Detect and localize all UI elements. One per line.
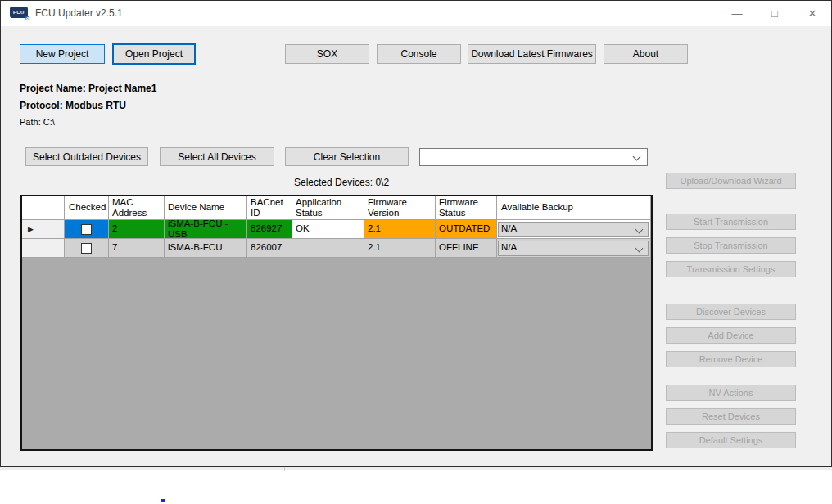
application-status-cell[interactable] xyxy=(292,239,364,258)
available-backup-dropdown[interactable]: N/A xyxy=(498,222,649,237)
select-outdated-devices-button[interactable]: Select Outdated Devices xyxy=(25,147,148,166)
available-backup-value: N/A xyxy=(501,242,517,253)
bacnet-id-cell[interactable]: 826007 xyxy=(247,239,292,258)
column-header-firmware-version[interactable]: Firmware Version xyxy=(364,196,436,220)
mac-address-cell[interactable]: 7 xyxy=(109,239,165,258)
device-checkbox[interactable] xyxy=(81,224,92,235)
checked-cell[interactable] xyxy=(65,239,109,258)
discover-devices-button[interactable]: Discover Devices xyxy=(666,304,796,320)
available-backup-value: N/A xyxy=(501,223,517,234)
console-button[interactable]: Console xyxy=(377,44,461,64)
default-settings-button[interactable]: Default Settings xyxy=(666,432,796,448)
reset-devices-button[interactable]: Reset Devices xyxy=(666,408,796,425)
application-status-cell[interactable]: OK xyxy=(292,220,364,239)
upload-download-wizard-button[interactable]: Upload/Download Wizard xyxy=(666,173,796,189)
app-icon-label: FCU xyxy=(13,10,25,15)
row-selector-cell[interactable]: ▶ xyxy=(22,220,65,239)
project-name-label: Project Name: Project Name1 xyxy=(20,83,156,94)
open-project-button[interactable]: Open Project xyxy=(112,43,196,65)
clear-selection-button[interactable]: Clear Selection xyxy=(285,147,409,166)
table-header-row: Checked MAC Address Device Name BACnet I… xyxy=(22,196,651,220)
window-edge-tick xyxy=(93,467,93,471)
minimize-icon[interactable]: — xyxy=(718,1,756,26)
firmware-status-cell[interactable]: OUTDATED xyxy=(436,220,497,239)
available-backup-cell: N/A xyxy=(497,239,651,258)
column-header-available-backup[interactable]: Available Backup xyxy=(497,196,651,220)
stop-transmission-button[interactable]: Stop Transmission xyxy=(666,237,796,254)
protocol-label: Protocol: Modbus RTU xyxy=(20,100,126,111)
current-row-arrow-icon: ▶ xyxy=(28,225,34,233)
checked-cell[interactable] xyxy=(65,220,109,239)
column-header-checked[interactable]: Checked xyxy=(65,196,109,220)
device-name-cell[interactable]: iSMA-B-FCU xyxy=(165,239,247,258)
selected-devices-count: Selected Devices: 0\2 xyxy=(294,177,389,188)
window-controls: — □ ✕ xyxy=(718,1,831,26)
devices-table: Checked MAC Address Device Name BACnet I… xyxy=(20,195,653,451)
row-selector-cell[interactable] xyxy=(22,239,65,258)
column-header-bacnet-id[interactable]: BACnet ID xyxy=(247,196,292,220)
start-transmission-button[interactable]: Start Transmission xyxy=(666,214,796,230)
table-row: 7 iSMA-B-FCU 826007 2.1 OFFLINE N/A xyxy=(22,239,651,258)
desktop-strip xyxy=(0,467,832,470)
mac-address-cell[interactable]: 2 xyxy=(109,220,165,239)
sox-button[interactable]: SOX xyxy=(285,44,369,64)
column-header-firmware-status[interactable]: Firmware Status xyxy=(436,196,497,220)
chevron-down-icon xyxy=(635,225,644,233)
path-label: Path: C:\ xyxy=(20,117,55,127)
device-name-cell[interactable]: iSMA-B-FCU - USB xyxy=(165,220,247,239)
firmware-version-cell[interactable]: 2.1 xyxy=(364,220,436,239)
available-backup-dropdown[interactable]: N/A xyxy=(498,241,649,256)
about-button[interactable]: About xyxy=(604,44,688,64)
select-all-devices-button[interactable]: Select All Devices xyxy=(160,147,274,166)
column-header-application-status[interactable]: Application Status xyxy=(292,196,364,220)
firmware-status-cell[interactable]: OFFLINE xyxy=(436,239,497,258)
device-filter-dropdown[interactable] xyxy=(419,148,648,166)
add-device-button[interactable]: Add Device xyxy=(666,327,796,344)
firmware-version-cell[interactable]: 2.1 xyxy=(364,239,436,258)
download-latest-firmwares-button[interactable]: Download Latest Firmwares xyxy=(468,44,596,64)
remove-device-button[interactable]: Remove Device xyxy=(666,351,796,367)
title-bar: FCU ⚙ FCU Updater v2.5.1 — □ ✕ xyxy=(1,1,831,26)
gear-icon: ⚙ xyxy=(25,16,30,22)
bacnet-id-cell[interactable]: 826927 xyxy=(247,220,292,239)
device-checkbox[interactable] xyxy=(81,243,92,254)
chevron-down-icon xyxy=(635,244,644,252)
new-project-button[interactable]: New Project xyxy=(20,44,105,64)
cursor-artifact xyxy=(161,499,165,502)
transmission-settings-button[interactable]: Transmission Settings xyxy=(666,261,796,277)
chevron-down-icon xyxy=(633,153,641,161)
close-icon[interactable]: ✕ xyxy=(794,1,831,26)
app-icon: FCU ⚙ xyxy=(10,7,28,18)
nv-actions-button[interactable]: NV Actions xyxy=(666,385,796,401)
column-header-mac-address[interactable]: MAC Address xyxy=(109,196,165,220)
app-window: FCU ⚙ FCU Updater v2.5.1 — □ ✕ New Proje… xyxy=(0,0,832,467)
table-row: ▶ 2 iSMA-B-FCU - USB 826927 OK 2.1 OUTDA… xyxy=(22,220,651,239)
window-edge-tick xyxy=(284,467,285,471)
row-selector-header xyxy=(22,196,65,220)
available-backup-cell: N/A xyxy=(497,220,651,239)
column-header-device-name[interactable]: Device Name xyxy=(165,196,247,220)
maximize-icon[interactable]: □ xyxy=(756,1,794,26)
window-title: FCU Updater v2.5.1 xyxy=(35,7,123,19)
